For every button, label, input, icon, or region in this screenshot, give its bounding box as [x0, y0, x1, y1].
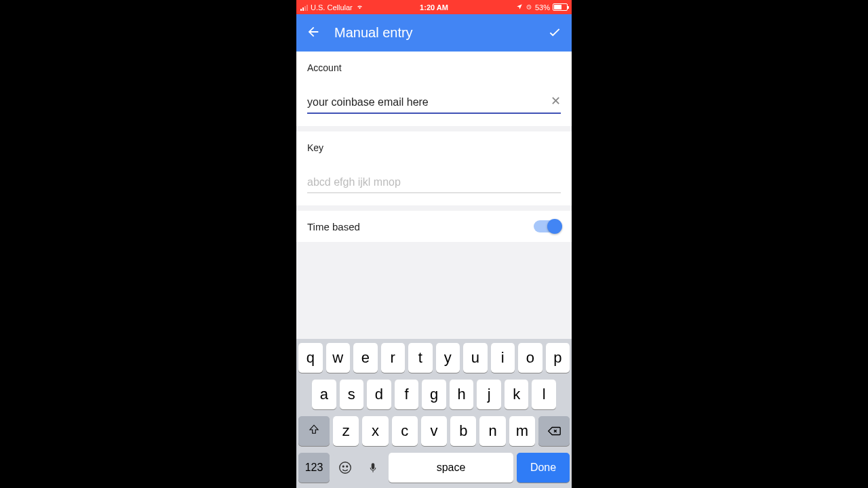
space-key[interactable]: space — [389, 453, 513, 483]
timebased-toggle[interactable] — [534, 220, 561, 232]
keyboard: qwertyuiop asdfghjkl zxcvbnm 123 space D… — [296, 339, 572, 488]
account-input-wrap: ✕ — [307, 92, 561, 114]
key-input-wrap — [307, 172, 561, 193]
svg-point-2 — [342, 466, 344, 467]
status-time: 1:20 AM — [296, 3, 572, 12]
mic-key[interactable] — [361, 453, 385, 483]
key-q[interactable]: q — [298, 343, 323, 373]
key-i[interactable]: i — [491, 343, 515, 373]
key-w[interactable]: w — [326, 343, 351, 373]
key-x[interactable]: x — [362, 416, 388, 446]
key-b[interactable]: b — [450, 416, 476, 446]
key-j[interactable]: j — [477, 380, 501, 409]
key-h[interactable]: h — [450, 380, 474, 409]
key-l[interactable]: l — [532, 380, 556, 409]
key-n[interactable]: n — [479, 416, 505, 446]
keyboard-row-3: zxcvbnm — [298, 416, 570, 446]
timebased-row: Time based — [296, 211, 572, 242]
confirm-check-icon[interactable] — [547, 24, 562, 42]
key-v[interactable]: v — [421, 416, 447, 446]
app-bar: Manual entry — [296, 14, 572, 52]
key-z[interactable]: z — [333, 416, 359, 446]
numbers-key[interactable]: 123 — [298, 453, 330, 483]
key-u[interactable]: u — [463, 343, 488, 373]
backspace-key[interactable] — [538, 416, 570, 446]
status-bar: U.S. Cellular 1:20 AM 53% — [296, 0, 572, 14]
key-d[interactable]: d — [367, 380, 391, 409]
svg-point-1 — [340, 462, 351, 474]
key-r[interactable]: r — [381, 343, 406, 373]
timebased-label: Time based — [307, 221, 534, 232]
emoji-key[interactable] — [333, 453, 357, 483]
page-title: Manual entry — [334, 25, 547, 41]
key-g[interactable]: g — [422, 380, 446, 409]
key-input[interactable] — [307, 172, 561, 193]
key-k[interactable]: k — [505, 380, 529, 409]
key-t[interactable]: t — [408, 343, 433, 373]
keyboard-row-1: qwertyuiop — [298, 343, 570, 373]
key-o[interactable]: o — [518, 343, 542, 373]
done-key[interactable]: Done — [517, 453, 570, 483]
svg-point-3 — [347, 466, 348, 467]
back-arrow-icon[interactable] — [306, 24, 321, 42]
account-section: Account ✕ — [296, 52, 572, 126]
key-s[interactable]: s — [340, 380, 364, 409]
key-label: Key — [307, 142, 561, 153]
key-p[interactable]: p — [546, 343, 570, 373]
account-input[interactable] — [307, 92, 561, 114]
battery-icon — [553, 3, 568, 11]
key-c[interactable]: c — [392, 416, 418, 446]
keyboard-row-4: 123 space Done — [298, 453, 570, 483]
key-m[interactable]: m — [509, 416, 535, 446]
account-label: Account — [307, 62, 561, 73]
key-e[interactable]: e — [353, 343, 378, 373]
form-content: Account ✕ Key Time based — [296, 52, 572, 339]
key-y[interactable]: y — [436, 343, 460, 373]
key-section: Key — [296, 131, 572, 205]
phone-frame: U.S. Cellular 1:20 AM 53% Manual entry — [296, 0, 572, 488]
key-a[interactable]: a — [312, 380, 336, 409]
toggle-knob — [547, 219, 562, 234]
clear-icon[interactable]: ✕ — [551, 94, 561, 108]
key-f[interactable]: f — [395, 380, 419, 409]
shift-icon — [308, 422, 320, 440]
shift-key[interactable] — [298, 416, 330, 446]
keyboard-row-2: asdfghjkl — [298, 380, 570, 409]
